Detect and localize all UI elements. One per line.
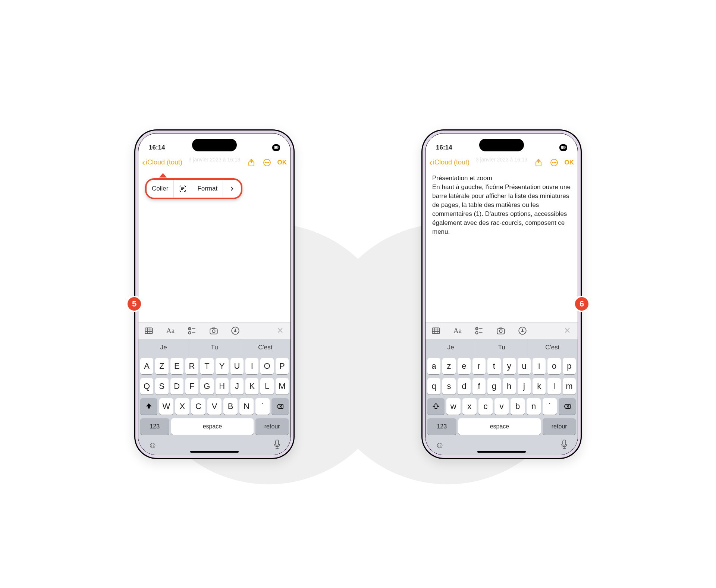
- key[interactable]: r: [472, 358, 486, 374]
- space-key[interactable]: espace: [458, 418, 541, 435]
- table-button[interactable]: [143, 325, 155, 337]
- key[interactable]: m: [563, 378, 576, 394]
- key[interactable]: F: [185, 378, 198, 394]
- key[interactable]: i: [533, 358, 546, 374]
- key[interactable]: O: [260, 358, 273, 374]
- key[interactable]: k: [533, 378, 546, 394]
- numbers-key[interactable]: 123: [427, 418, 456, 435]
- markup-button[interactable]: [516, 325, 528, 337]
- suggestion[interactable]: C'est: [527, 339, 578, 356]
- markup-button[interactable]: [229, 325, 241, 337]
- done-button[interactable]: OK: [277, 159, 287, 166]
- return-key[interactable]: retour: [255, 418, 289, 435]
- camera-button[interactable]: [495, 325, 507, 337]
- dictation-button[interactable]: [560, 440, 568, 451]
- delete-key[interactable]: [559, 398, 576, 415]
- key[interactable]: a: [427, 358, 440, 374]
- suggestion[interactable]: Tu: [189, 339, 240, 356]
- suggestion[interactable]: Je: [138, 339, 189, 356]
- key[interactable]: C: [191, 398, 205, 415]
- key[interactable]: s: [442, 378, 455, 394]
- key[interactable]: j: [518, 378, 531, 394]
- key[interactable]: V: [207, 398, 222, 415]
- space-key[interactable]: espace: [171, 418, 254, 435]
- key[interactable]: L: [260, 378, 273, 394]
- shift-key[interactable]: [427, 398, 445, 415]
- note-body[interactable]: Coller Format: [138, 172, 291, 322]
- key[interactable]: h: [503, 378, 516, 394]
- emoji-button[interactable]: ☺: [435, 440, 445, 450]
- key[interactable]: p: [563, 358, 576, 374]
- more-button[interactable]: [262, 157, 272, 168]
- key[interactable]: B: [223, 398, 238, 415]
- share-button[interactable]: [246, 157, 257, 168]
- key[interactable]: J: [230, 378, 244, 394]
- key[interactable]: U: [230, 358, 244, 374]
- more-button[interactable]: [549, 157, 559, 168]
- shift-key[interactable]: [140, 398, 157, 415]
- back-button[interactable]: ‹ iCloud (tout): [429, 157, 470, 168]
- paste-button[interactable]: Coller: [147, 180, 174, 198]
- key[interactable]: E: [170, 358, 183, 374]
- key[interactable]: n: [527, 398, 541, 415]
- format-button[interactable]: Format: [192, 180, 223, 198]
- key[interactable]: o: [547, 358, 560, 374]
- key[interactable]: K: [245, 378, 258, 394]
- text-format-button[interactable]: Aa: [452, 325, 464, 337]
- suggestion[interactable]: C'est: [240, 339, 291, 356]
- table-button[interactable]: [430, 325, 442, 337]
- note-body[interactable]: Présentation et zoom En haut à gauche, l…: [425, 172, 578, 322]
- key[interactable]: S: [155, 378, 168, 394]
- key[interactable]: M: [276, 378, 289, 394]
- toolbar-close[interactable]: ✕: [274, 325, 286, 337]
- key[interactable]: A: [140, 358, 153, 374]
- key[interactable]: T: [200, 358, 213, 374]
- key[interactable]: t: [487, 358, 500, 374]
- key[interactable]: y: [503, 358, 516, 374]
- key[interactable]: l: [547, 378, 560, 394]
- text-format-button[interactable]: Aa: [164, 325, 176, 337]
- key[interactable]: X: [175, 398, 189, 415]
- key[interactable]: u: [518, 358, 531, 374]
- key[interactable]: d: [458, 378, 471, 394]
- dictation-button[interactable]: [273, 440, 281, 451]
- return-key[interactable]: retour: [543, 418, 576, 435]
- key[interactable]: f: [472, 378, 486, 394]
- suggestion[interactable]: Je: [425, 339, 476, 356]
- emoji-button[interactable]: ☺: [148, 440, 157, 450]
- delete-key[interactable]: [271, 398, 289, 415]
- key[interactable]: Q: [140, 378, 153, 394]
- key[interactable]: P: [276, 358, 289, 374]
- edit-menu-next[interactable]: [223, 180, 241, 197]
- key[interactable]: Z: [155, 358, 168, 374]
- live-text-button[interactable]: [174, 180, 192, 197]
- key[interactable]: I: [245, 358, 258, 374]
- key[interactable]: H: [216, 378, 229, 394]
- key[interactable]: ´: [543, 398, 557, 415]
- key[interactable]: W: [159, 398, 173, 415]
- key[interactable]: q: [427, 378, 440, 394]
- key[interactable]: G: [200, 378, 213, 394]
- key[interactable]: ´: [255, 398, 270, 415]
- key[interactable]: D: [170, 378, 183, 394]
- numbers-key[interactable]: 123: [140, 418, 169, 435]
- key[interactable]: v: [494, 398, 509, 415]
- key[interactable]: g: [487, 378, 500, 394]
- key[interactable]: c: [478, 398, 493, 415]
- key[interactable]: b: [511, 398, 525, 415]
- key[interactable]: w: [446, 398, 461, 415]
- checklist-button[interactable]: [473, 325, 485, 337]
- done-button[interactable]: OK: [565, 159, 574, 166]
- key[interactable]: x: [462, 398, 477, 415]
- camera-button[interactable]: [208, 325, 220, 337]
- key[interactable]: z: [442, 358, 455, 374]
- back-button[interactable]: ‹ iCloud (tout): [142, 157, 182, 168]
- key[interactable]: N: [239, 398, 254, 415]
- checklist-button[interactable]: [186, 325, 198, 337]
- suggestion[interactable]: Tu: [476, 339, 527, 356]
- key[interactable]: Y: [216, 358, 229, 374]
- key[interactable]: R: [185, 358, 198, 374]
- toolbar-close[interactable]: ✕: [561, 325, 573, 337]
- key[interactable]: e: [458, 358, 471, 374]
- share-button[interactable]: [533, 157, 544, 168]
